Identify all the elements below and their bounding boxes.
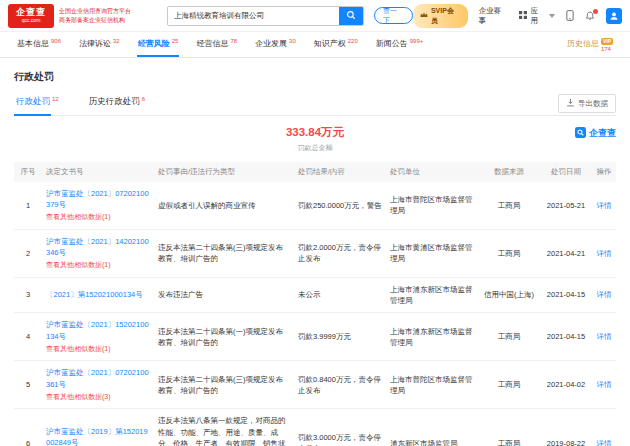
col-header-source: 数据来源	[478, 162, 540, 182]
col-header-unit: 处罚单位	[386, 162, 478, 182]
table-row: 2 沪市蓝监处〔2021〕14202100346号 查看其他相似数据(1) 违反…	[14, 229, 616, 277]
notification-dot	[593, 9, 598, 14]
penalty-unit: 上海市普陀区市场监督管理局	[386, 182, 478, 230]
check-button[interactable]: 查一下	[374, 7, 413, 24]
col-header-result: 处罚结果/内容	[294, 162, 386, 182]
row-index: 5	[14, 361, 42, 409]
qcc-watermark-icon	[575, 124, 586, 142]
data-source: 工商局	[478, 361, 540, 409]
penalty-date: 2021-04-02	[540, 361, 592, 409]
main-content: 行政处罚 行政处罚 12 历史行政处罚 6 导出数据 333.84万元 罚款总金…	[0, 58, 630, 446]
nav-tab-label: 企业发展	[255, 38, 287, 49]
slogan-line2: 商务部备案企业征信机构	[59, 16, 131, 24]
similar-data-link[interactable]: 查看其他相似数据(1)	[46, 344, 150, 355]
qcc-watermark: 企查查	[575, 124, 616, 142]
nav-tab[interactable]: 企业发展 30	[246, 32, 305, 57]
penalty-date: 2021-05-21	[540, 182, 592, 230]
stat-row: 333.84万元 罚款总金额 企查查	[14, 116, 616, 160]
nav-tab[interactable]: 基本信息 906	[8, 32, 70, 57]
section-tabs: 行政处罚 12 历史行政处罚 6	[14, 92, 173, 115]
qcc-logo[interactable]: 企查查 qcc.com	[8, 4, 54, 28]
nav-tab-label: 历史信息	[567, 38, 599, 49]
detail-link[interactable]: 详情	[597, 439, 612, 446]
penalty-reason: 违反本法第二十四条第(三)项规定发布教育、培训广告的	[158, 375, 283, 395]
penalty-unit: 上海市黄浦区市场监督管理局	[386, 229, 478, 277]
search-area: 查一下	[167, 6, 413, 26]
nav-tab-count: 78	[230, 38, 237, 44]
search-box	[167, 6, 364, 26]
penalty-reason: 违反本法第二十四条第(三)项规定发布教育、培训广告的	[158, 243, 283, 263]
penalty-result: 罚款3.9999万元	[294, 313, 386, 361]
penalty-unit: 浦东新区市场监管局	[386, 409, 478, 446]
nav-tab[interactable]: 知识产权 220	[305, 32, 367, 57]
detail-link[interactable]: 详情	[597, 332, 612, 341]
nav-tab-count: 32	[113, 38, 120, 44]
nav-tab[interactable]: 历史信息 VIP 174	[558, 32, 622, 57]
nav-tab[interactable]: 法律诉讼 32	[70, 32, 129, 57]
data-source: 工商局	[478, 409, 540, 446]
similar-data-link[interactable]: 查看其他相似数据(1)	[46, 212, 150, 223]
nav-tab[interactable]: 新闻公告 999+	[367, 32, 433, 57]
row-index: 2	[14, 229, 42, 277]
penalty-result: 罚款2.0000万元，责令停止发布	[294, 229, 386, 277]
penalty-total-label: 罚款总金额	[14, 143, 616, 153]
slogan-line1: 全国企业信用查询官方平台	[59, 7, 131, 15]
penalty-date: 2021-04-15	[540, 313, 592, 361]
col-header-no: 序号	[14, 162, 42, 182]
nav-tab-label: 法律诉讼	[79, 38, 111, 49]
doc-number-link[interactable]: 沪市蓝监处〔2021〕15202100134号	[46, 320, 149, 340]
col-header-action: 操作	[592, 162, 616, 182]
search-icon	[346, 8, 356, 23]
row-index: 4	[14, 313, 42, 361]
qcc-watermark-text: 企查查	[589, 127, 616, 140]
mobile-icon[interactable]	[566, 10, 574, 21]
doc-number-link[interactable]: 沪市蓝监处〔2021〕14202100346号	[46, 237, 149, 257]
avatar[interactable]	[606, 8, 622, 24]
detail-link[interactable]: 详情	[597, 290, 612, 299]
penalty-date: 2019-08-22	[540, 409, 592, 446]
penalty-result: 罚款250.0000万元，警告	[294, 182, 386, 230]
row-index: 3	[14, 277, 42, 313]
similar-data-link[interactable]: 查看其他相似数据(1)	[46, 260, 150, 271]
table-row: 4 沪市蓝监处〔2021〕15202100134号 查看其他相似数据(1) 违反…	[14, 313, 616, 361]
doc-number-link[interactable]: 沪市蓝监处〔2019〕第152019002849号	[46, 427, 148, 446]
section-tab[interactable]: 历史行政处罚 6	[87, 92, 147, 115]
vip-badge: VIP	[601, 38, 613, 45]
detail-link[interactable]: 详情	[597, 249, 612, 258]
top-header: 企查查 qcc.com 全国企业信用查询官方平台 商务部备案企业征信机构 查一下…	[0, 0, 630, 32]
penalty-date: 2021-04-15	[540, 277, 592, 313]
similar-data-link[interactable]: 查看其他相似数据(3)	[46, 392, 150, 403]
nav-tab[interactable]: 经营风险 25	[129, 32, 188, 57]
svip-badge[interactable]: SVIP会员	[413, 4, 468, 28]
search-button[interactable]	[339, 7, 363, 25]
nav-tab-count: 174	[601, 46, 611, 52]
contest-link[interactable]: 企业赛事	[479, 6, 509, 26]
nav-tab[interactable]: 经营信息 78	[187, 32, 246, 57]
penalty-unit: 上海市浦东新区市场监督管理局	[386, 277, 478, 313]
header-actions: SVIP会员 企业赛事 应用	[413, 4, 622, 28]
doc-number-link[interactable]: 〔2021〕第152021000134号	[46, 290, 143, 299]
section-tab[interactable]: 行政处罚 12	[14, 92, 61, 115]
table-row: 1 沪市蓝监处〔2021〕07202100379号 查看其他相似数据(1) 虚假…	[14, 182, 616, 230]
export-data-button[interactable]: 导出数据	[558, 94, 616, 113]
detail-link[interactable]: 详情	[597, 380, 612, 389]
bell-icon[interactable]	[585, 11, 595, 21]
penalty-table: 序号 决定文书号 处罚事由/违法行为类型 处罚结果/内容 处罚单位 数据来源 处…	[14, 162, 616, 446]
col-header-reason: 处罚事由/违法行为类型	[154, 162, 294, 182]
doc-number-link[interactable]: 沪市蓝监处〔2021〕07202100361号	[46, 368, 149, 388]
primary-nav: 基本信息 906 法律诉讼 32 经营风险 25 经营信息 78 企业发展 30	[0, 32, 630, 58]
caret-down-icon	[549, 14, 555, 18]
data-source: 工商局	[478, 182, 540, 230]
brand-slogan: 全国企业信用查询官方平台 商务部备案企业征信机构	[59, 7, 131, 23]
nav-tab-count: 25	[172, 38, 179, 44]
section-tab-bar: 行政处罚 12 历史行政处罚 6 导出数据	[14, 92, 616, 116]
detail-link[interactable]: 详情	[597, 201, 612, 210]
doc-number-link[interactable]: 沪市蓝监处〔2021〕07202100379号	[46, 189, 149, 209]
apps-menu[interactable]: 应用	[519, 6, 555, 26]
penalty-unit: 上海市浦东新区市场监督管理局	[386, 313, 478, 361]
section-tab-count: 12	[52, 96, 59, 102]
logo-text: 企查查	[16, 8, 46, 17]
search-input[interactable]	[168, 7, 339, 25]
penalty-date: 2021-04-21	[540, 229, 592, 277]
section-tab-label: 行政处罚	[16, 96, 50, 108]
